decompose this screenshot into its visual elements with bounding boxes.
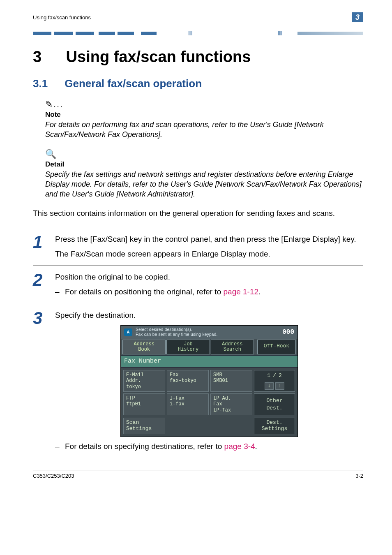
detail-block: 🔍 Detail Specify the fax settings and ne… xyxy=(45,149,363,199)
pager-box: 1 / 2 ↓ ↑ xyxy=(254,370,295,392)
pager-page: 1 xyxy=(267,372,270,379)
ui-blank-2 xyxy=(210,418,252,434)
step-3-bullet-1: For details on specifying destinations, … xyxy=(65,441,363,452)
step-3-bullet-1b: . xyxy=(255,442,257,451)
step-2-link[interactable]: page 1-12 xyxy=(224,287,259,296)
pager-down-button[interactable]: ↓ xyxy=(265,382,274,390)
ui-top-bar: A Select desired destination(s). Fax can… xyxy=(121,326,297,339)
step-2-bullet-1b: . xyxy=(258,287,261,296)
step-1-text-2: The Fax/Scan mode screen appears in Enla… xyxy=(55,249,363,259)
detail-heading: Detail xyxy=(45,160,363,169)
ui-screenshot: A Select desired destination(s). Fax can… xyxy=(120,325,298,437)
dest-smb-label: SMB01 xyxy=(213,378,249,384)
step-3-bullet-1a: For details on specifying destinations, … xyxy=(65,442,224,451)
footer-rule xyxy=(33,470,363,470)
step-2: 2 Position the original to be copied. Fo… xyxy=(33,266,363,303)
dest-ftp[interactable]: FTP ftp01 xyxy=(123,393,165,415)
dest-ifax-type: I-Fax xyxy=(170,395,206,401)
chapter-title: Using fax/scan functions xyxy=(66,48,251,65)
pager-up-button[interactable]: ↑ xyxy=(275,382,284,390)
chapter-number: 3 xyxy=(33,48,62,66)
tab-job-history[interactable]: Job History xyxy=(166,340,210,354)
dest-ipfax[interactable]: IP Ad. Fax IP-fax xyxy=(210,393,252,415)
dest-ifax-label: i-fax xyxy=(170,401,206,407)
intro-paragraph: This section contains information on the… xyxy=(33,208,363,219)
decorative-strip: |||||||||||| xyxy=(33,30,363,36)
dest-smb[interactable]: SMB SMB01 xyxy=(210,370,252,392)
dest-ipfax-type: IP Ad. Fax xyxy=(213,395,249,407)
dest-email-label: tokyo xyxy=(126,384,162,390)
footer-model: C353/C253/C203 xyxy=(33,473,74,479)
enlarge-badge-icon: A xyxy=(124,328,132,336)
chapter-heading: 3 Using fax/scan functions xyxy=(33,48,363,66)
off-hook-button[interactable]: Off-Hook xyxy=(257,340,296,354)
step-2-bullet-1: For details on positioning the original,… xyxy=(65,287,363,297)
dest-ifax[interactable]: I-Fax i-fax xyxy=(167,393,209,415)
dest-email-type: E-Mail Addr. xyxy=(126,372,162,384)
dest-fax-label: fax-tokyo xyxy=(170,378,206,384)
header-rule xyxy=(33,24,363,24)
footer-page-number: 3-2 xyxy=(355,473,363,479)
step-1-number: 1 xyxy=(33,234,55,259)
pager-total: 2 xyxy=(279,372,282,379)
note-heading: Note xyxy=(45,111,363,119)
tab-address-book[interactable]: Address Book xyxy=(122,340,166,354)
page-header-breadcrumb: Using fax/scan functions xyxy=(33,14,352,21)
ui-top-msg-1: Select desired destination(s). xyxy=(136,327,282,332)
step-3: 3 Specify the destination. A Select desi… xyxy=(33,304,363,458)
step-1: 1 Press the [Fax/Scan] key in the contro… xyxy=(33,228,363,266)
dest-fax-type: Fax xyxy=(170,372,206,378)
pager-sep: / xyxy=(273,372,276,379)
step-3-link[interactable]: page 3-4 xyxy=(224,442,255,451)
step-2-text-1: Position the original to be copied. xyxy=(55,272,363,282)
ui-top-msg-2: Fax can be sent at any time using keypad… xyxy=(136,332,282,337)
dest-ipfax-label: IP-fax xyxy=(213,407,249,413)
other-dest-button[interactable]: Other Dest. xyxy=(254,393,295,415)
section-number: 3.1 xyxy=(33,77,62,90)
dest-settings-button[interactable]: Dest. Settings xyxy=(254,418,295,434)
step-2-bullet-1a: For details on positioning the original,… xyxy=(65,287,224,296)
detail-body-text: Specify the fax settings and network set… xyxy=(45,169,363,199)
step-3-text-1: Specify the destination. xyxy=(55,310,363,321)
chapter-corner-badge: 3 xyxy=(352,12,363,22)
magnifier-icon: 🔍 xyxy=(45,149,56,159)
dest-ftp-label: ftp01 xyxy=(126,401,162,407)
pencil-icon: ✎ xyxy=(45,99,53,109)
ui-blank xyxy=(167,418,209,434)
dest-fax-tokyo[interactable]: Fax fax-tokyo xyxy=(167,370,209,392)
note-dots-icon: ... xyxy=(53,99,63,109)
step-1-text-1: Press the [Fax/Scan] key in the control … xyxy=(55,234,363,245)
dest-ftp-type: FTP xyxy=(126,395,162,401)
section-heading: 3.1 General fax/scan operation xyxy=(33,77,363,90)
ui-counter: 000 xyxy=(282,328,294,337)
dest-smb-type: SMB xyxy=(213,372,249,378)
scan-settings-button[interactable]: Scan Settings xyxy=(123,418,165,434)
note-block: ✎... Note For details on performing fax … xyxy=(45,99,363,140)
tab-address-search[interactable]: Address Search xyxy=(211,340,254,354)
step-3-number: 3 xyxy=(33,310,55,452)
note-body-text: For details on performing fax and scan o… xyxy=(45,120,363,140)
section-title: General fax/scan operation xyxy=(65,77,202,90)
dest-email-tokyo[interactable]: E-Mail Addr. tokyo xyxy=(123,370,165,392)
step-2-number: 2 xyxy=(33,272,55,297)
fax-number-field[interactable]: Fax Number xyxy=(121,355,297,368)
